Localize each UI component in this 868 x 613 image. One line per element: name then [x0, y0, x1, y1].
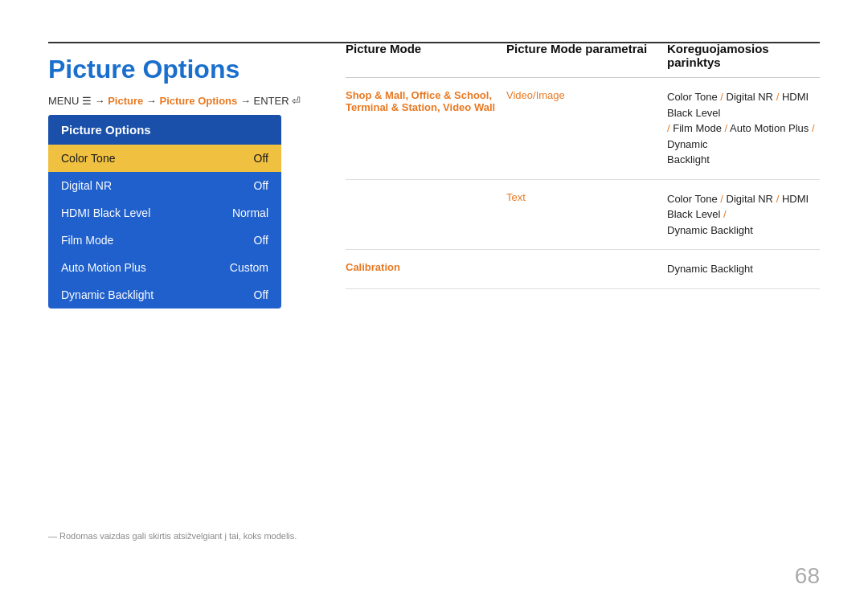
menu-item-color-tone[interactable]: Color Tone Off — [48, 145, 281, 172]
page-number: 68 — [795, 563, 820, 589]
footer-note: ― Rodomas vaizdas gali skirtis atsižvelg… — [48, 531, 297, 541]
row3-option-dynamic: Dynamic Backlight — [667, 263, 753, 275]
auto-motion-plus-value: Custom — [230, 261, 268, 274]
right-section: Picture Mode Picture Mode parametrai Kor… — [346, 42, 820, 289]
row1-sep2: / — [776, 91, 782, 103]
row1-params: Video/Image — [506, 89, 667, 168]
dynamic-backlight-label: Dynamic Backlight — [61, 288, 154, 301]
menu-item-dynamic-backlight[interactable]: Dynamic Backlight Off — [48, 281, 281, 309]
menu-path: MENU ☰ → Picture → Picture Options → ENT… — [48, 95, 301, 107]
row2-option-digitalnr: Digital NR — [727, 193, 774, 205]
film-mode-value: Off — [254, 234, 268, 247]
row1-sep1: / — [720, 91, 726, 103]
row2-sep1: / — [720, 193, 726, 205]
table-row-3: Calibration Dynamic Backlight — [346, 250, 820, 289]
row1-sep5: / — [812, 122, 815, 134]
row2-mode — [346, 191, 506, 239]
row2-sep2: / — [776, 193, 782, 205]
digital-nr-label: Digital NR — [61, 179, 112, 192]
menu-item-digital-nr[interactable]: Digital NR Off — [48, 172, 281, 199]
row2-option-colortone: Color Tone — [667, 193, 718, 205]
picture-link[interactable]: Picture — [108, 95, 143, 107]
row2-params: Text — [506, 191, 667, 239]
picture-options-link[interactable]: Picture Options — [159, 95, 237, 107]
col-header-parinktys: Koreguojamosios parinktys — [667, 42, 820, 69]
arrow-2: → — [146, 95, 160, 107]
digital-nr-value: Off — [254, 179, 268, 192]
menu-item-film-mode[interactable]: Film Mode Off — [48, 227, 281, 254]
row2-option-dynamic: Dynamic Backlight — [667, 224, 753, 236]
row3-mode: Calibration — [346, 261, 506, 277]
row1-option-automotion: Auto Motion Plus — [730, 122, 809, 134]
menu-label: MENU — [48, 95, 82, 107]
table-header: Picture Mode Picture Mode parametrai Kor… — [346, 42, 820, 78]
col-header-parametrai: Picture Mode parametrai — [506, 42, 667, 69]
row2-options: Color Tone / Digital NR / HDMI Black Lev… — [667, 191, 820, 239]
page-title: Picture Options — [48, 55, 240, 84]
row2-sep3: / — [723, 208, 727, 220]
hdmi-black-level-label: HDMI Black Level — [61, 206, 150, 219]
arrow-1: → — [95, 95, 108, 107]
dynamic-backlight-value: Off — [254, 288, 268, 301]
menu-icon: ☰ — [82, 95, 92, 107]
row1-option-backlight: Backlight — [667, 153, 710, 166]
panel-header: Picture Options — [48, 115, 281, 145]
color-tone-value: Off — [254, 152, 268, 165]
auto-motion-plus-label: Auto Motion Plus — [61, 261, 146, 274]
row3-params — [506, 261, 667, 277]
row1-option-filmmode: Film Mode — [673, 122, 722, 134]
col-header-picture-mode: Picture Mode — [346, 42, 506, 69]
row1-options: Color Tone / Digital NR / HDMI Black Lev… — [667, 89, 820, 168]
row3-options: Dynamic Backlight — [667, 261, 820, 277]
arrow-3: → ENTER ⏎ — [240, 95, 301, 107]
row1-mode: Shop & Mall, Office & School,Terminal & … — [346, 89, 506, 168]
row1-option-colortone: Color Tone — [667, 91, 718, 103]
color-tone-label: Color Tone — [61, 152, 115, 165]
row1-option-digitalnr: Digital NR — [727, 91, 774, 103]
menu-item-hdmi-black-level[interactable]: HDMI Black Level Normal — [48, 199, 281, 227]
picture-options-panel: Picture Options Color Tone Off Digital N… — [48, 115, 281, 309]
table-row-1: Shop & Mall, Office & School,Terminal & … — [346, 78, 820, 180]
film-mode-label: Film Mode — [61, 234, 113, 247]
table-row-2: Text Color Tone / Digital NR / HDMI Blac… — [346, 180, 820, 251]
hdmi-black-level-value: Normal — [232, 206, 268, 219]
menu-item-auto-motion-plus[interactable]: Auto Motion Plus Custom — [48, 254, 281, 281]
row1-option-dynamic: Dynamic — [667, 138, 708, 150]
